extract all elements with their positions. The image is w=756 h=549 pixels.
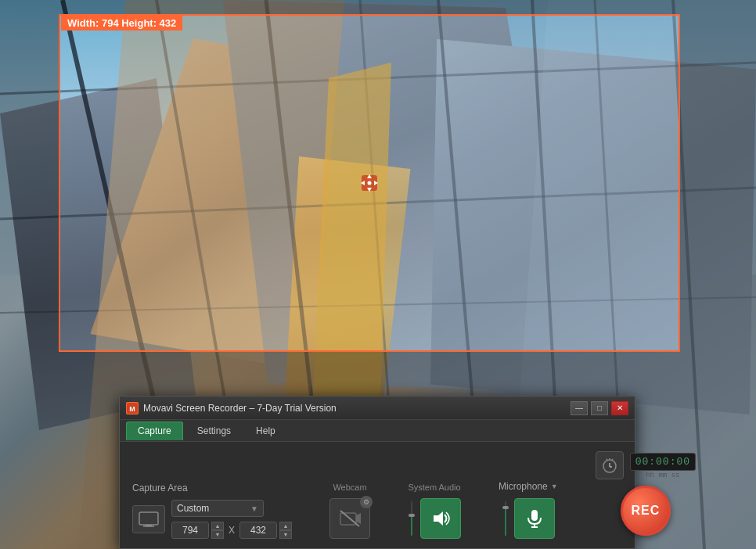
app-icon: M (126, 402, 139, 414)
microphone-label: Microphone (499, 481, 548, 492)
dim-overlay-right (680, 14, 756, 352)
height-up-button[interactable]: ▲ (279, 522, 292, 530)
capture-size-label: Width: 794 Height: 432 (61, 16, 182, 30)
tab-help[interactable]: Help (245, 422, 286, 440)
svg-rect-36 (531, 510, 538, 521)
microphone-slider-area[interactable] (502, 498, 509, 539)
rec-label: REC (631, 504, 660, 518)
preset-dropdown[interactable]: Custom ▼ (171, 500, 264, 517)
svg-rect-30 (411, 515, 412, 536)
capture-area-label: Capture Area (132, 483, 292, 493)
svg-text:M: M (129, 405, 135, 413)
screen-icon-button[interactable] (132, 505, 165, 533)
height-down-button[interactable]: ▼ (279, 530, 292, 539)
menu-bar: Capture Settings Help (120, 420, 635, 442)
microphone-section: Microphone ▼ (499, 481, 558, 539)
svg-point-20 (368, 181, 372, 185)
system-audio-slider-area[interactable] (408, 498, 416, 539)
microphone-label-row: Microphone ▼ (499, 481, 558, 492)
width-down-button[interactable]: ▼ (211, 530, 224, 539)
webcam-label: Webcam (333, 483, 366, 492)
dropdown-arrow: ▼ (250, 504, 258, 513)
system-audio-section: System Audio (408, 483, 461, 539)
microphone-dropdown-arrow[interactable]: ▼ (551, 483, 558, 490)
app-window: M Movavi Screen Recorder – 7-Day Trial V… (119, 396, 635, 549)
capture-area-section: Capture Area Custom ▼ (132, 483, 292, 539)
dim-overlay-left (0, 14, 59, 352)
svg-rect-26 (340, 513, 356, 525)
width-input[interactable] (171, 522, 209, 539)
svg-rect-34 (505, 508, 506, 536)
svg-rect-23 (139, 512, 158, 525)
dimension-separator: X (229, 525, 235, 536)
webcam-section: Webcam ⚙ (329, 483, 370, 539)
rec-button[interactable]: REC (621, 486, 671, 536)
main-content: Capture Area Custom ▼ (120, 442, 635, 548)
capture-area-controls: Custom ▼ ▲ ▼ X ▲ ▼ (132, 500, 292, 539)
height-spinner: ▲ ▼ (279, 522, 292, 539)
move-cursor-icon[interactable] (358, 171, 381, 195)
height-input[interactable] (239, 522, 277, 539)
dropdown-container: Custom ▼ ▲ ▼ X ▲ ▼ (171, 500, 292, 539)
timer-section: 00:00:00 hh mm ss REC (596, 451, 696, 539)
svg-rect-31 (409, 514, 415, 517)
timer-display: 00:00:00 (630, 453, 696, 471)
svg-marker-27 (356, 513, 361, 524)
system-audio-label: System Audio (408, 483, 460, 492)
maximize-button[interactable]: □ (591, 401, 608, 415)
width-up-button[interactable]: ▲ (211, 522, 224, 530)
tab-settings[interactable]: Settings (186, 422, 242, 440)
webcam-gear-badge: ⚙ (360, 496, 373, 508)
system-audio-button[interactable] (420, 498, 461, 539)
window-title: Movavi Screen Recorder – 7-Day Trial Ver… (143, 403, 571, 414)
dimension-row: ▲ ▼ X ▲ ▼ (171, 522, 292, 539)
dim-overlay-top (0, 0, 756, 14)
timer-sub-label: hh mm ss (646, 471, 679, 479)
microphone-button[interactable] (514, 498, 555, 539)
svg-rect-35 (502, 506, 509, 509)
timer-display-area: 00:00:00 hh mm ss (630, 453, 696, 479)
minimize-button[interactable]: — (571, 401, 588, 415)
title-bar: M Movavi Screen Recorder – 7-Day Trial V… (120, 396, 635, 420)
timer-icon-button[interactable] (596, 451, 624, 479)
window-controls: — □ ✕ (571, 401, 628, 415)
webcam-button[interactable]: ⚙ (329, 498, 370, 539)
preset-value: Custom (177, 503, 250, 514)
tab-capture[interactable]: Capture (126, 422, 183, 440)
width-spinner: ▲ ▼ (211, 522, 224, 539)
close-button[interactable]: ✕ (611, 401, 628, 415)
svg-marker-32 (434, 511, 443, 526)
